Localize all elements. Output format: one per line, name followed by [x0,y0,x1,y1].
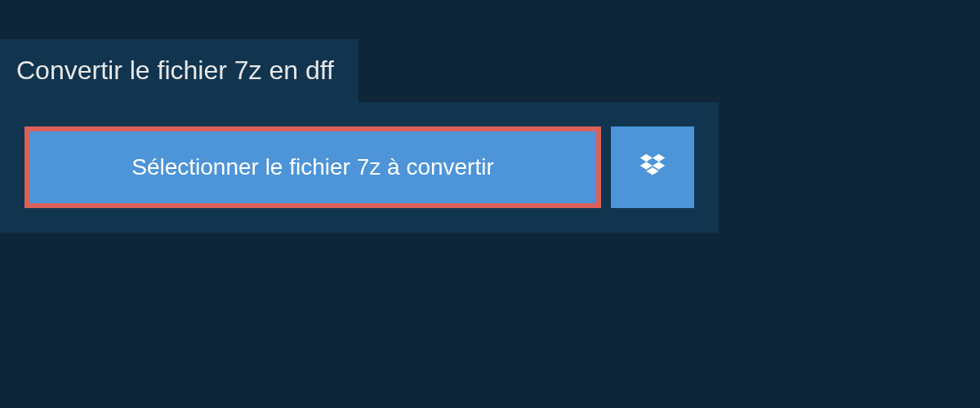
upload-panel: Sélectionner le fichier 7z à convertir [0,102,719,233]
dropbox-icon [637,151,668,184]
dropbox-button[interactable] [611,126,694,208]
select-file-button[interactable]: Sélectionner le fichier 7z à convertir [24,126,601,208]
title-bar: Convertir le fichier 7z en dff [0,39,359,102]
page-title: Convertir le fichier 7z en dff [16,55,334,86]
